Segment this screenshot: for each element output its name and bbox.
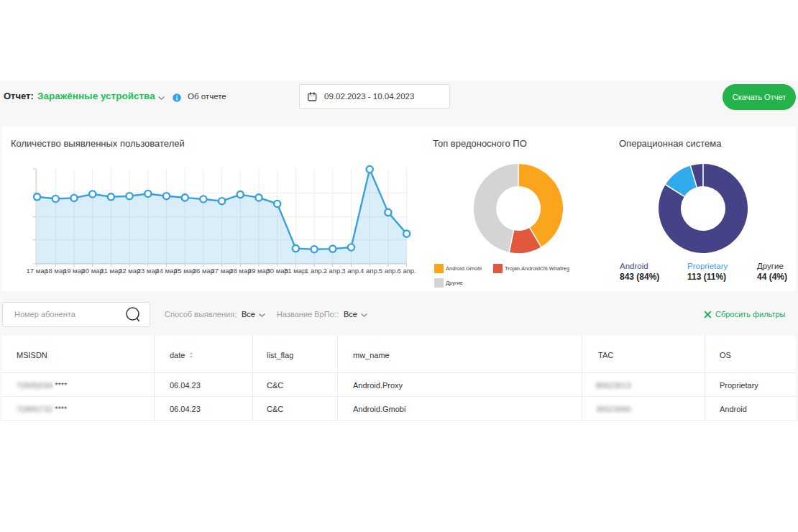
svg-text:4 апр.: 4 апр. <box>360 267 379 275</box>
svg-text:31 мар.: 31 мар. <box>284 267 308 275</box>
svg-text:6 апр.: 6 апр. <box>397 267 416 275</box>
svg-text:2 апр.: 2 апр. <box>324 267 342 275</box>
svg-text:1 апр.: 1 апр. <box>305 267 324 275</box>
svg-text:3 апр.: 3 апр. <box>341 267 360 275</box>
svg-text:5 апр.: 5 апр. <box>379 267 398 275</box>
